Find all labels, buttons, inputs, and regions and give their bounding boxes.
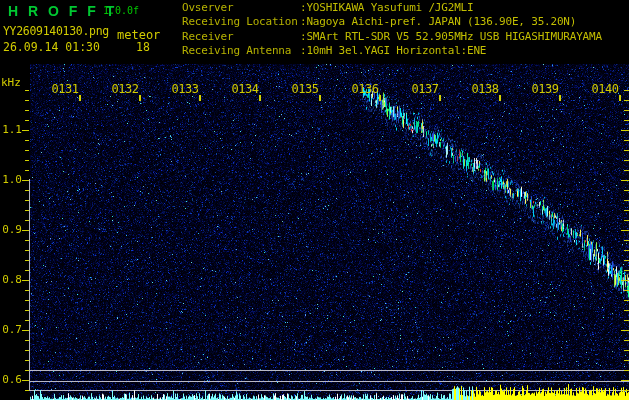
app-title: H R O F F T	[8, 3, 117, 19]
date-time: 26.09.14 01:30	[3, 40, 100, 54]
spectrogram-canvas	[0, 0, 629, 400]
info-row-antenna: Receiving Antenna :10mH 3el.YAGI Horizon…	[182, 44, 602, 58]
info-label: Receiver	[182, 30, 300, 44]
info-value: :Nagoya Aichi-pref. JAPAN (136.90E, 35.2…	[300, 15, 576, 29]
station-info: Ovserver :YOSHIKAWA Yasufumi /JG2MLI Rec…	[182, 1, 602, 58]
info-row-observer: Ovserver :YOSHIKAWA Yasufumi /JG2MLI	[182, 1, 602, 15]
info-label: Ovserver	[182, 1, 300, 15]
info-value: :SMArt RTL-SDR V5 52.905MHz USB HIGASHIM…	[300, 30, 602, 44]
echo-count: 18	[136, 40, 150, 54]
info-label: Receiving Location	[182, 15, 300, 29]
info-label: Receiving Antenna	[182, 44, 300, 58]
info-row-receiver: Receiver :SMArt RTL-SDR V5 52.905MHz USB…	[182, 30, 602, 44]
hrofft-window: H R O F F T 1.0.0f YY2609140130.png mete…	[0, 0, 629, 400]
output-filename: YY2609140130.png	[3, 24, 109, 38]
app-version: 1.0.0f	[103, 5, 139, 16]
info-value: :10mH 3el.YAGI Horizontal:ENE	[300, 44, 486, 58]
info-value: :YOSHIKAWA Yasufumi /JG2MLI	[300, 1, 473, 15]
freq-axis-unit: kHz	[1, 76, 21, 89]
info-row-location: Receiving Location :Nagoya Aichi-pref. J…	[182, 15, 602, 29]
